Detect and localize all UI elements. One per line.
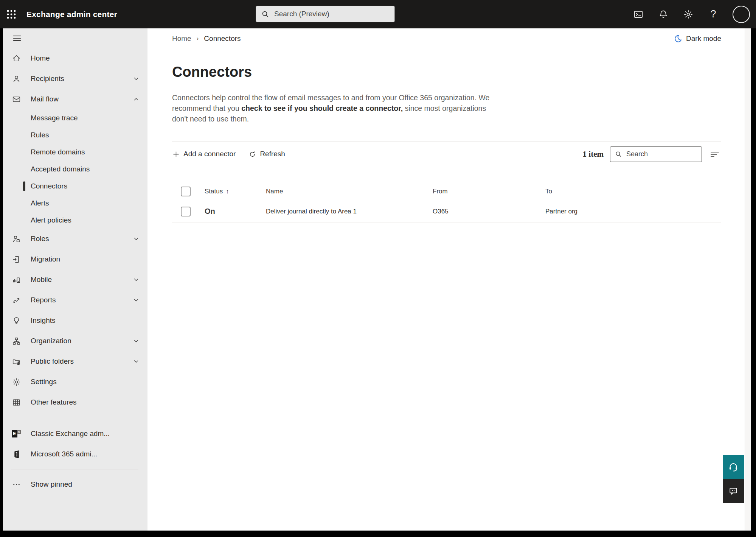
item-count: 1 item	[583, 149, 604, 159]
global-search-input[interactable]	[274, 10, 390, 18]
person-icon	[11, 74, 21, 84]
search-icon	[261, 9, 270, 19]
connectors-table: Status ↑ Name From To On Deliver journal…	[172, 183, 721, 223]
refresh-button[interactable]: Refresh	[248, 150, 285, 158]
list-search-box[interactable]	[610, 146, 702, 162]
chevron-down-icon	[132, 296, 140, 304]
mobile-chart-icon	[11, 275, 21, 285]
vertical-scrollbar[interactable]	[745, 28, 751, 531]
settings-gear-icon[interactable]	[683, 9, 694, 20]
sidebar-item-show-pinned[interactable]: Show pinned	[3, 475, 147, 493]
app-shell: Home Recipients Mail flow	[3, 28, 751, 531]
lightbulb-icon	[11, 316, 21, 325]
select-all-checkbox[interactable]	[181, 187, 191, 196]
sidebar-item-home[interactable]: Home	[3, 48, 147, 68]
list-toolbar: Add a connector Refresh 1 item	[172, 142, 721, 166]
help-support-button[interactable]	[723, 455, 744, 479]
sidebar-item-alerts[interactable]: Alerts	[3, 195, 147, 212]
sidebar-item-mobile[interactable]: Mobile	[3, 269, 147, 290]
sidebar-item-rules[interactable]: Rules	[3, 126, 147, 143]
exchange-admin-center-window: { "topbar": { "app_title": "Exchange adm…	[0, 0, 756, 537]
chat-feedback-icon	[728, 486, 739, 496]
sidebar-item-migration[interactable]: Migration	[3, 249, 147, 269]
topbar-actions: ?	[633, 0, 750, 28]
help-icon[interactable]: ?	[708, 9, 719, 20]
chevron-down-icon	[132, 276, 140, 283]
person-briefcase-icon	[11, 234, 21, 244]
sidebar-item-public-folders[interactable]: Public folders	[3, 351, 147, 372]
chevron-down-icon	[132, 337, 140, 345]
top-app-bar: Exchange admin center	[0, 0, 756, 28]
sidebar-item-settings[interactable]: Settings	[3, 372, 147, 392]
sidebar-item-classic-exchange-admin[interactable]: E✕ Classic Exchange adm...	[3, 423, 147, 444]
sidebar-item-connectors[interactable]: Connectors	[3, 177, 147, 195]
sidebar-item-roles[interactable]: Roles	[3, 229, 147, 249]
column-header-to[interactable]: To	[545, 188, 721, 195]
column-header-from[interactable]: From	[433, 188, 545, 195]
ellipsis-icon	[11, 480, 21, 489]
table-row[interactable]: On Deliver journal directly to Area 1 O3…	[172, 200, 721, 223]
breadcrumb-home-link[interactable]: Home	[172, 34, 191, 43]
refresh-icon	[248, 150, 256, 158]
app-title: Exchange admin center	[26, 10, 117, 19]
app-launcher-icon[interactable]	[0, 0, 23, 28]
main-content: Home › Connectors Dark mode Connectors C…	[147, 28, 745, 531]
sidebar-item-alert-policies[interactable]: Alert policies	[3, 212, 147, 229]
page-description: Connectors help control the flow of emai…	[172, 92, 492, 124]
sidebar-item-remote-domains[interactable]: Remote domains	[3, 143, 147, 160]
row-name: Deliver journal directly to Area 1	[266, 208, 433, 215]
cloud-shell-icon[interactable]	[633, 9, 644, 20]
chevron-down-icon	[132, 235, 140, 243]
folder-globe-icon	[11, 357, 21, 366]
account-avatar[interactable]	[733, 6, 750, 23]
microsoft-365-logo	[11, 450, 21, 459]
column-header-name[interactable]: Name	[266, 188, 433, 195]
list-search-input[interactable]	[626, 150, 714, 158]
nav-collapse-hamburger-icon[interactable]	[3, 28, 147, 48]
sidebar-item-recipients[interactable]: Recipients	[3, 68, 147, 89]
headset-icon	[728, 461, 739, 473]
sidebar-item-insights[interactable]: Insights	[3, 310, 147, 331]
row-from: O365	[433, 208, 545, 215]
notifications-bell-icon[interactable]	[658, 9, 669, 20]
breadcrumb: Home › Connectors	[172, 34, 241, 43]
row-to: Partner org	[545, 208, 721, 215]
sidebar-item-reports[interactable]: Reports	[3, 290, 147, 310]
feedback-button[interactable]	[723, 479, 744, 503]
breadcrumb-current: Connectors	[204, 34, 241, 43]
sort-ascending-icon: ↑	[226, 188, 229, 195]
search-icon	[614, 150, 622, 158]
line-chart-icon	[11, 296, 21, 305]
classic-exchange-logo: E✕	[11, 430, 21, 438]
dark-mode-label: Dark mode	[686, 34, 721, 43]
sidebar-item-message-trace[interactable]: Message trace	[3, 109, 147, 126]
org-tree-icon	[11, 336, 21, 346]
breadcrumb-separator: ›	[197, 35, 199, 42]
sidebar-divider	[11, 470, 138, 470]
chevron-up-icon	[132, 95, 140, 103]
add-connector-button[interactable]: Add a connector	[172, 150, 236, 158]
sidebar-item-mail-flow[interactable]: Mail flow	[3, 89, 147, 109]
sidebar-divider	[11, 418, 138, 418]
home-icon	[11, 54, 21, 63]
chevron-down-icon	[132, 75, 140, 82]
chevron-down-icon	[132, 358, 140, 365]
sidebar-item-other-features[interactable]: Other features	[3, 392, 147, 412]
dark-mode-toggle[interactable]: Dark mode	[673, 34, 721, 44]
filter-icon[interactable]	[708, 148, 721, 160]
sidebar-item-organization[interactable]: Organization	[3, 331, 147, 351]
row-status: On	[205, 207, 266, 216]
left-navigation: Home Recipients Mail flow	[3, 28, 147, 531]
gear-icon	[11, 377, 21, 387]
plus-icon	[172, 150, 180, 158]
moon-icon	[673, 34, 683, 44]
create-connector-emphasis: check to see if you should create a conn…	[241, 104, 403, 112]
global-search-box[interactable]	[256, 6, 395, 22]
grid-table-icon	[11, 398, 21, 407]
column-header-status[interactable]: Status ↑	[205, 188, 266, 195]
assistance-buttons	[723, 455, 744, 503]
sidebar-item-accepted-domains[interactable]: Accepted domains	[3, 160, 147, 177]
sidebar-item-microsoft-365-admin[interactable]: Microsoft 365 admi...	[3, 444, 147, 464]
document-arrow-icon	[11, 255, 21, 264]
row-checkbox[interactable]	[181, 207, 191, 216]
